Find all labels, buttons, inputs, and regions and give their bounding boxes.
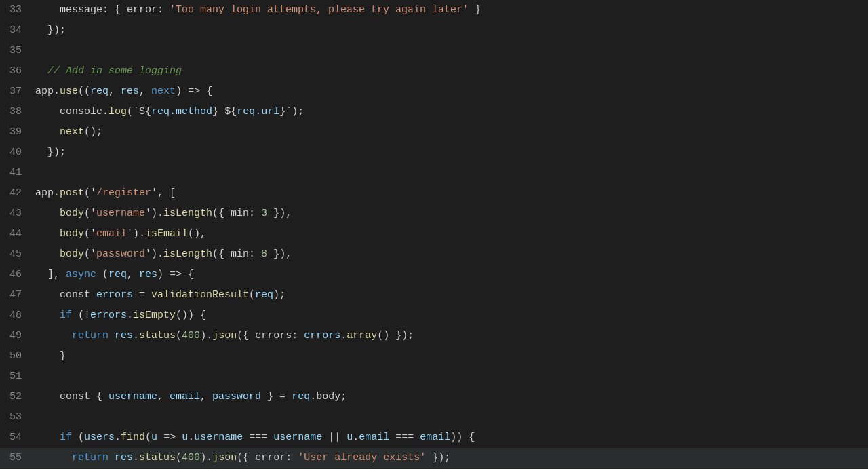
line-number: 42 (0, 183, 33, 204)
line-number: 47 (0, 285, 33, 305)
line-content: const { username, email, password } = re… (33, 387, 868, 407)
code-line-38: 38 console.log(`${req.method} ${req.url}… (0, 102, 868, 122)
code-line-37: 37app.use((req, res, next) => { (0, 81, 868, 102)
line-number: 40 (0, 143, 33, 163)
code-line-54: 54 if (users.find(u => u.username === us… (0, 428, 868, 448)
line-content: app.post('/register', [ (33, 183, 868, 204)
line-content: }); (33, 143, 868, 163)
code-line-47: 47 const errors = validationResult(req); (0, 285, 868, 305)
line-number: 41 (0, 163, 33, 183)
line-number: 53 (0, 407, 33, 428)
code-line-43: 43 body('username').isLength({ min: 3 })… (0, 204, 868, 224)
line-content: return res.status(400).json({ error: 'Us… (33, 448, 868, 468)
code-line-46: 46 ], async (req, res) => { (0, 265, 868, 285)
line-number: 50 (0, 346, 33, 367)
line-number: 55 (0, 448, 33, 468)
line-content: console.log(`${req.method} ${req.url}`); (33, 102, 868, 122)
code-line-42: 42app.post('/register', [ (0, 183, 868, 204)
code-line-40: 40 }); (0, 143, 868, 163)
line-number: 45 (0, 244, 33, 265)
line-content: } (33, 346, 868, 367)
line-content: body('username').isLength({ min: 3 }), (33, 204, 868, 224)
line-number: 51 (0, 367, 33, 387)
line-number: 46 (0, 265, 33, 285)
code-line-44: 44 body('email').isEmail(), (0, 224, 868, 244)
line-number: 48 (0, 305, 33, 326)
code-line-50: 50 } (0, 346, 868, 367)
line-content: message: { error: 'Too many login attemp… (33, 0, 868, 20)
line-number: 39 (0, 122, 33, 143)
code-editor: 33 message: { error: 'Too many login att… (0, 0, 868, 469)
line-number: 49 (0, 326, 33, 346)
line-content: const errors = validationResult(req); (33, 285, 868, 305)
line-content: return res.status(400).json({ errors: er… (33, 326, 868, 346)
line-content (33, 367, 868, 387)
line-number: 43 (0, 204, 33, 224)
code-line-36: 36 // Add in some logging (0, 61, 868, 81)
line-number: 35 (0, 41, 33, 61)
line-content: next(); (33, 122, 868, 143)
line-content (33, 41, 868, 61)
code-line-51: 51 (0, 367, 868, 387)
code-line-53: 53 (0, 407, 868, 428)
code-line-48: 48 if (!errors.isEmpty()) { (0, 305, 868, 326)
line-content: ], async (req, res) => { (33, 265, 868, 285)
code-line-33: 33 message: { error: 'Too many login att… (0, 0, 868, 20)
line-number: 37 (0, 81, 33, 102)
line-content: if (!errors.isEmpty()) { (33, 305, 868, 326)
line-content: app.use((req, res, next) => { (33, 81, 868, 102)
line-number: 34 (0, 20, 33, 41)
line-content: body('password').isLength({ min: 8 }), (33, 244, 868, 265)
code-line-52: 52 const { username, email, password } =… (0, 387, 868, 407)
line-number: 54 (0, 428, 33, 448)
line-content: }); (33, 20, 868, 41)
line-content: // Add in some logging (33, 61, 868, 81)
line-number: 38 (0, 102, 33, 122)
code-line-35: 35 (0, 41, 868, 61)
line-content (33, 163, 868, 183)
code-line-49: 49 return res.status(400).json({ errors:… (0, 326, 868, 346)
code-line-45: 45 body('password').isLength({ min: 8 })… (0, 244, 868, 265)
line-number: 33 (0, 0, 33, 20)
line-number: 36 (0, 61, 33, 81)
code-line-34: 34 }); (0, 20, 868, 41)
line-number: 44 (0, 224, 33, 244)
code-line-41: 41 (0, 163, 868, 183)
line-content: if (users.find(u => u.username === usern… (33, 428, 868, 448)
line-content (33, 407, 868, 428)
code-line-55: 55 return res.status(400).json({ error: … (0, 448, 868, 468)
code-line-39: 39 next(); (0, 122, 868, 143)
line-number: 52 (0, 387, 33, 407)
line-content: body('email').isEmail(), (33, 224, 868, 244)
